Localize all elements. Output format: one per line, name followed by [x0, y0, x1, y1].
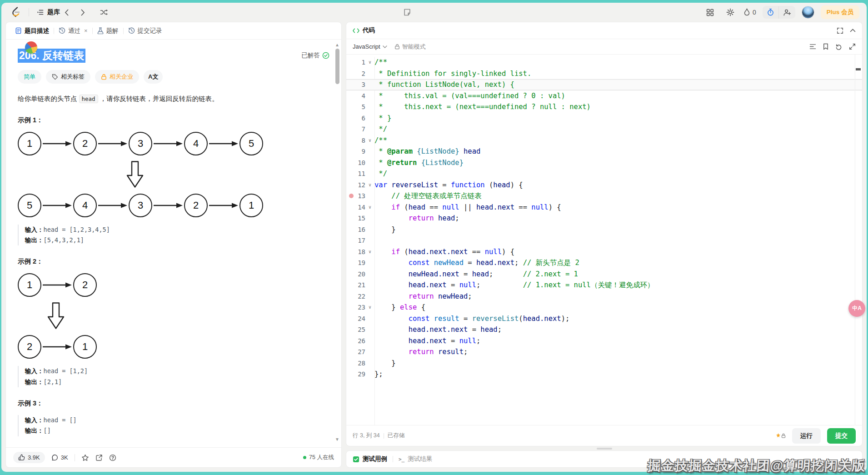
- code-line[interactable]: 7 */: [346, 124, 862, 135]
- fold-chevron-icon[interactable]: ∨: [365, 302, 374, 313]
- scroll-up-arrow[interactable]: ▲: [335, 42, 339, 47]
- code-line[interactable]: 2 * Definition for singly-linked list.: [346, 68, 862, 80]
- code-text: * @return {ListNode}: [374, 157, 464, 169]
- premium-button[interactable]: Plus 会员: [821, 5, 859, 19]
- scrollbar-thumb[interactable]: [335, 49, 339, 84]
- reset-code-icon[interactable]: [835, 43, 842, 50]
- leetcode-logo[interactable]: [9, 5, 22, 19]
- arrow-down-icon: [47, 302, 329, 330]
- editor-scrollbar-track[interactable]: [855, 55, 855, 425]
- line-number: 24: [346, 313, 365, 325]
- line-number: 1: [346, 57, 365, 68]
- close-tab-icon[interactable]: ×: [84, 27, 88, 34]
- fullscreen-icon[interactable]: [837, 27, 843, 34]
- shuffle-icon[interactable]: [97, 5, 111, 19]
- maximize-editor-icon[interactable]: [849, 43, 856, 50]
- tab-accepted[interactable]: 通过×: [54, 22, 92, 39]
- tab-test-result[interactable]: >_ 测试结果: [399, 455, 432, 463]
- line-number: 11: [346, 168, 365, 180]
- comment-icon: [51, 454, 58, 461]
- translate-floating-button[interactable]: 中A: [848, 300, 865, 317]
- tab-submissions[interactable]: 提交记录: [124, 22, 167, 39]
- submit-button[interactable]: 提交: [827, 428, 856, 444]
- translate-icon: 中A: [852, 305, 862, 312]
- line-number: 19: [346, 257, 365, 269]
- list-node: 4: [184, 132, 208, 155]
- code-line[interactable]: 10 * @return {ListNode}: [346, 157, 862, 169]
- fold-chevron-icon[interactable]: ∨: [365, 180, 374, 191]
- bookmark-icon[interactable]: [823, 43, 828, 50]
- note-icon[interactable]: [400, 5, 414, 19]
- star-icon[interactable]: [81, 454, 89, 461]
- code-editor-area[interactable]: 1∨/**2 * Definition for singly-linked li…: [346, 55, 862, 425]
- code-line[interactable]: 19 const newHead = head.next; // 新头节点是 2: [346, 257, 862, 269]
- invite-user-button[interactable]: [778, 6, 795, 19]
- smart-mode-toggle[interactable]: 智能模式: [394, 43, 426, 51]
- code-line[interactable]: 28 }: [346, 358, 862, 369]
- arrow-right-icon: [43, 282, 72, 288]
- code-line[interactable]: 21 head.next = null; // 1.next = null（关键…: [346, 280, 862, 291]
- code-line[interactable]: 26 head.next = null;: [346, 335, 862, 347]
- tab-solutions[interactable]: 题解: [93, 22, 123, 39]
- code-line[interactable]: 14∨ if (head == null || head.next == nul…: [346, 202, 862, 213]
- code-line[interactable]: 18∨ if (head.next.next == null) {: [346, 246, 862, 258]
- fold-gutter: [365, 213, 374, 224]
- tab-testcase[interactable]: 测试用例: [353, 455, 387, 463]
- fold-chevron-icon[interactable]: ∨: [365, 135, 374, 146]
- streak-counter[interactable]: 0: [743, 8, 756, 16]
- code-line[interactable]: 15 return head;: [346, 213, 862, 224]
- problemset-nav[interactable]: 题库: [35, 5, 60, 19]
- feedback-question-icon[interactable]: [109, 454, 116, 461]
- document-icon: [15, 27, 22, 34]
- line-number: 14: [346, 202, 365, 213]
- language-toggle-button[interactable]: A文: [144, 70, 163, 84]
- related-tags-button[interactable]: 相关标签: [46, 70, 90, 84]
- related-companies-button[interactable]: 相关企业: [95, 70, 139, 84]
- fold-chevron-icon[interactable]: ∨: [365, 246, 374, 258]
- code-line[interactable]: 12∨var reverseList = function (head) {: [346, 180, 862, 191]
- line-number: 17: [346, 235, 365, 246]
- editor-toolbar: JavaScript 智能模式: [346, 39, 862, 55]
- line-number: 18: [346, 246, 365, 258]
- code-line[interactable]: 29};: [346, 369, 862, 380]
- code-line[interactable]: 13 // 处理空链表或单节点链表: [346, 190, 862, 202]
- code-line[interactable]: 1∨/**: [346, 57, 862, 68]
- run-button[interactable]: 运行: [792, 428, 821, 444]
- code-line[interactable]: 8∨/**: [346, 135, 862, 146]
- layout-grid-icon[interactable]: [703, 5, 717, 19]
- fold-chevron-icon[interactable]: ∨: [365, 57, 374, 68]
- format-code-icon[interactable]: [809, 44, 816, 50]
- share-icon[interactable]: [95, 454, 103, 461]
- comments-button[interactable]: 3K: [51, 454, 68, 461]
- settings-gear-icon[interactable]: [723, 5, 737, 19]
- scroll-down-arrow[interactable]: ▼: [335, 437, 339, 442]
- like-button[interactable]: 3.9K: [13, 452, 45, 463]
- code-line[interactable]: 20 newHead.next = head; // 2.next = 1: [346, 269, 862, 280]
- panel-resize-handle[interactable]: [597, 448, 612, 450]
- debug-locked-icon[interactable]: [776, 433, 786, 438]
- forward-arrow-icon[interactable]: [81, 9, 93, 16]
- code-line[interactable]: 5 * this.next = (next===undefined ? null…: [346, 101, 862, 113]
- breakpoint-dot[interactable]: [349, 194, 354, 198]
- user-avatar[interactable]: [802, 6, 814, 19]
- tab-description[interactable]: 题目描述: [10, 22, 54, 39]
- code-line[interactable]: 11 */: [346, 168, 862, 180]
- code-line[interactable]: 9 * @param {ListNode} head: [346, 146, 862, 157]
- code-line[interactable]: 16 }: [346, 224, 862, 235]
- code-line[interactable]: 17: [346, 235, 862, 246]
- code-line[interactable]: 4 * this.val = (val===undefined ? 0 : va…: [346, 90, 862, 102]
- code-line[interactable]: 23∨ } else {: [346, 302, 862, 313]
- code-line[interactable]: 22 return newHead;: [346, 291, 862, 302]
- fold-chevron-icon[interactable]: ∨: [365, 202, 374, 213]
- code-line[interactable]: 24 const result = reverseList(head.next)…: [346, 313, 862, 325]
- back-arrow-icon[interactable]: [65, 9, 76, 16]
- code-line[interactable]: 25 head.next.next = head;: [346, 324, 862, 335]
- fold-gutter: [365, 168, 374, 180]
- code-line[interactable]: 27 return result;: [346, 346, 862, 358]
- code-line[interactable]: 3 * function ListNode(val, next) {: [346, 79, 862, 90]
- collapse-chevron-icon[interactable]: [850, 29, 856, 32]
- code-line[interactable]: 6 * }: [346, 113, 862, 124]
- timer-button[interactable]: [763, 6, 778, 19]
- language-selector[interactable]: JavaScript: [353, 43, 387, 50]
- fold-gutter: [365, 146, 374, 157]
